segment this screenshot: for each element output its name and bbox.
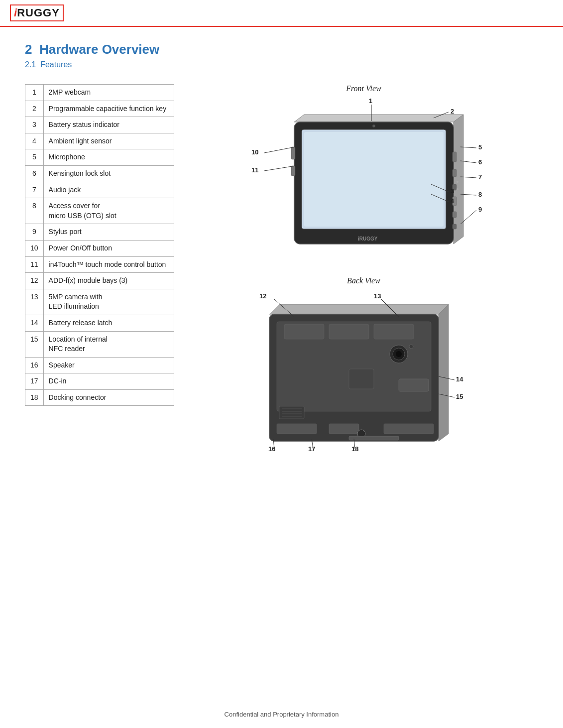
svg-rect-53 (329, 424, 359, 434)
svg-text:4: 4 (450, 197, 454, 205)
feature-label: Microphone (43, 149, 174, 166)
svg-point-48 (396, 351, 402, 357)
svg-rect-12 (452, 224, 456, 229)
feature-label: Battery release latch (43, 315, 174, 331)
table-row: 12ADD-f(x) module bays (3) (25, 273, 174, 289)
svg-marker-39 (269, 304, 449, 314)
svg-rect-14 (291, 166, 295, 176)
feature-number: 8 (25, 198, 44, 224)
svg-line-21 (264, 147, 295, 153)
svg-text:6: 6 (478, 158, 482, 166)
feature-number: 15 (25, 331, 44, 357)
svg-rect-55 (279, 406, 304, 419)
svg-rect-44 (329, 324, 369, 339)
svg-text:7: 7 (478, 173, 482, 181)
feature-label: in4Touch™ touch mode control button (43, 256, 174, 273)
table-row: 3Battery status indicator (25, 117, 174, 133)
front-view-section: Front View (189, 84, 538, 266)
table-row: 5Microphone (25, 149, 174, 166)
back-view-section: Back View (189, 276, 538, 459)
svg-text:13: 13 (374, 292, 381, 300)
table-row: 9Stylus port (25, 224, 174, 241)
section-title: 2 Hardware Overview (25, 42, 538, 57)
table-row: 135MP camera withLED illumination (25, 289, 174, 315)
feature-label: Stylus port (43, 224, 174, 241)
feature-number: 6 (25, 165, 44, 182)
feature-number: 17 (25, 373, 44, 390)
svg-rect-50 (349, 369, 374, 389)
page-header: i RUGGY (0, 0, 563, 27)
svg-rect-8 (452, 169, 456, 177)
feature-number: 1 (25, 85, 44, 101)
feature-label: Access cover formicro USB (OTG) slot (43, 198, 174, 224)
feature-number: 12 (25, 273, 44, 289)
svg-rect-54 (384, 424, 434, 434)
section-subtitle: 2.1 Features (25, 60, 538, 69)
features-layout: 12MP webcam2Programmable capacitive func… (25, 84, 538, 459)
svg-rect-4 (304, 132, 444, 227)
table-row: 2Programmable capacitive function key (25, 101, 174, 117)
feature-number: 4 (25, 133, 44, 149)
table-row: 17DC-in (25, 373, 174, 390)
feature-label: Docking connector (43, 389, 174, 406)
front-view-container: iRUGGY (189, 97, 538, 266)
svg-text:15: 15 (456, 393, 463, 400)
table-row: 18Docking connector (25, 389, 174, 406)
svg-point-16 (456, 188, 458, 190)
feature-label: 5MP camera withLED illumination (43, 289, 174, 315)
feature-number: 5 (25, 149, 44, 166)
svg-rect-13 (291, 147, 295, 159)
svg-text:14: 14 (456, 375, 463, 383)
feature-label: Speaker (43, 357, 174, 373)
feature-label: Location of internalNFC reader (43, 331, 174, 357)
table-row: 16Speaker (25, 357, 174, 373)
table-row: 14Battery release latch (25, 315, 174, 331)
svg-rect-51 (399, 379, 429, 391)
svg-text:1: 1 (369, 97, 372, 105)
svg-rect-61 (349, 436, 399, 440)
svg-line-23 (264, 166, 295, 171)
svg-text:3: 3 (450, 187, 454, 195)
feature-label: 2MP webcam (43, 85, 174, 101)
svg-rect-11 (452, 212, 456, 218)
logo: i RUGGY (10, 4, 64, 21)
feature-label: DC-in (43, 373, 174, 390)
table-row: 12MP webcam (25, 85, 174, 101)
feature-number: 2 (25, 101, 44, 117)
svg-text:17: 17 (308, 445, 315, 453)
svg-text:5: 5 (478, 143, 482, 151)
diagrams-area: Front View (189, 84, 538, 459)
feature-table: 12MP webcam2Programmable capacitive func… (25, 84, 174, 406)
front-view-label: Front View (189, 84, 538, 93)
back-view-svg: 12 13 14 15 16 (234, 289, 493, 459)
svg-text:2: 2 (450, 108, 454, 115)
table-row: 15Location of internalNFC reader (25, 331, 174, 357)
svg-rect-43 (284, 324, 324, 339)
svg-rect-45 (374, 324, 414, 339)
feature-number: 14 (25, 315, 44, 331)
svg-text:8: 8 (478, 191, 482, 198)
feature-label: Audio jack (43, 182, 174, 198)
feature-number: 7 (25, 182, 44, 198)
table-row: 11in4Touch™ touch mode control button (25, 256, 174, 273)
svg-point-15 (456, 181, 458, 183)
svg-rect-7 (452, 152, 456, 162)
feature-label: Kensington lock slot (43, 165, 174, 182)
svg-point-49 (409, 345, 413, 349)
feature-label: Power On/Off button (43, 240, 174, 256)
svg-rect-52 (277, 424, 317, 434)
back-view-label: Back View (189, 276, 538, 285)
feature-number: 10 (25, 240, 44, 256)
svg-text:12: 12 (259, 292, 266, 300)
front-view-svg: iRUGGY (239, 97, 488, 266)
footer-text: Confidential and Proprietary Information (225, 711, 339, 718)
feature-number: 9 (25, 224, 44, 241)
main-content: 2 Hardware Overview 2.1 Features 12MP we… (0, 27, 563, 479)
feature-label: ADD-f(x) module bays (3) (43, 273, 174, 289)
svg-text:11: 11 (251, 166, 258, 174)
table-row: 8Access cover formicro USB (OTG) slot (25, 198, 174, 224)
footer: Confidential and Proprietary Information (0, 711, 563, 718)
feature-label: Ambient light sensor (43, 133, 174, 149)
table-row: 6Kensington lock slot (25, 165, 174, 182)
feature-number: 16 (25, 357, 44, 373)
